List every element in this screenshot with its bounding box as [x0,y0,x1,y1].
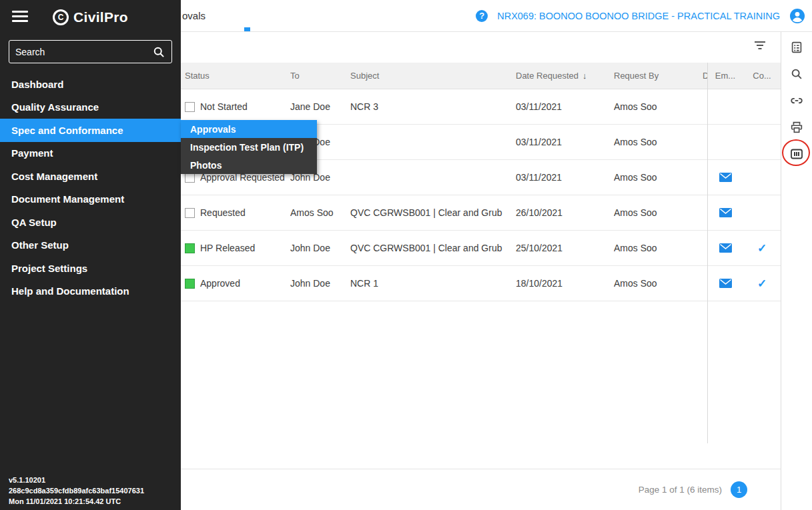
sidebar-item-label: QA Setup [11,217,57,228]
column-header-d[interactable]: D [703,63,707,89]
column-header-status[interactable]: Status [185,63,286,89]
column-chooser-icon[interactable] [788,145,805,163]
to-cell: Jane Doe [290,89,348,124]
email-sent-icon [708,195,743,230]
email-sent-icon [708,266,743,301]
column-header-complete[interactable]: Co... [745,63,779,89]
sidebar-item-label: Spec and Conformance [11,125,123,136]
sidebar-item-dashboard[interactable]: Dashboard [0,73,181,96]
table-row[interactable]: HP Released John Doe QVC CGRWSB001 | Cle… [181,231,781,266]
request-by-cell: Amos Soo [614,89,701,124]
request-by-cell: Amos Soo [614,231,701,265]
to-cell: Amos Soo [290,195,348,230]
sidebar-item-document-management[interactable]: Document Management [0,188,181,211]
subject-cell: QVC CGRWSB001 | Clear and Grub [350,195,514,230]
submenu-item-photos[interactable]: Photos [181,156,317,174]
submenu-item-label: Photos [190,160,222,171]
sidebar-item-label: Dashboard [11,79,63,90]
top-bar: ovals ? NRX069: BOONOO BOONOO BRIDGE - P… [181,0,812,32]
subject-cell [350,160,514,195]
column-header-email[interactable]: Em... [708,63,743,89]
logo-mark-icon: C [53,9,69,25]
status-cell: HP Released [185,231,286,265]
to-cell: John Doe [290,266,348,301]
hamburger-menu-icon[interactable] [12,11,28,22]
logo-text: CivilPro [73,9,128,25]
sidebar-item-project-settings[interactable]: Project Settings [0,257,181,280]
right-toolbar [781,32,812,510]
sidebar-item-label: Cost Management [11,171,97,182]
status-checkbox[interactable] [185,279,195,289]
column-header-request-by[interactable]: Request By [614,63,701,89]
status-label: Not Started [200,101,248,112]
to-cell: John Doe [290,231,348,265]
page-1-button[interactable]: 1 [731,481,747,498]
status-checkbox[interactable] [185,102,195,112]
sidebar-item-label: Project Settings [11,263,87,274]
request-by-cell: Amos Soo [614,195,701,230]
build-timestamp: Mon 11/01/2021 10:21:54.42 UTC [9,496,144,507]
status-label: HP Released [200,243,255,253]
date-requested-cell: 03/11/2021 [516,89,611,124]
project-selector[interactable]: NRX069: BOONOO BOONOO BRIDGE - PRACTICAL… [497,11,780,21]
sidebar-item-quality-assurance[interactable]: Quality Assurance [0,96,181,119]
spec-and-conformance-submenu: Approvals Inspection Test Plan (ITP) Pho… [181,120,317,174]
date-requested-cell: 03/11/2021 [516,125,611,159]
sidebar-item-payment[interactable]: Payment [0,142,181,165]
subject-cell: NCR 1 [350,266,514,301]
sidebar-item-help-and-documentation[interactable]: Help and Documentation [0,280,181,303]
submenu-item-label: Approvals [190,124,236,135]
column-header-subject[interactable]: Subject [350,63,514,89]
build-hash: 268c9cd8a359cfdb89afc63baf15407631 [9,485,144,496]
date-requested-cell: 26/10/2021 [516,195,611,230]
search-input[interactable] [15,47,152,57]
column-header-date-requested[interactable]: Date Requested ↓ [516,63,611,89]
user-account-icon[interactable] [789,8,805,24]
table-row[interactable]: Requested Amos Soo QVC CGRWSB001 | Clear… [181,195,781,231]
link-icon[interactable] [788,92,805,109]
pagination-label: Page 1 of 1 (6 items) [639,485,722,495]
main-content: Status To Subject Date Requested ↓ Reque… [181,32,781,510]
sidebar: C CivilPro Dashboard Quality Assurance S… [0,0,181,510]
sidebar-item-label: Payment [11,147,53,159]
sidebar-item-other-setup[interactable]: Other Setup [0,234,181,257]
register-icon[interactable] [788,39,805,56]
sort-descending-icon: ↓ [582,71,587,81]
complete-check-icon: ✓ [745,231,779,265]
email-sent-icon [708,160,743,195]
status-label: Requested [200,207,246,218]
status-cell: Not Started [185,89,286,124]
print-icon[interactable] [788,119,805,136]
subject-cell: QVC CGRWSB001 | Clear and Grub [350,231,514,265]
table-row[interactable]: Approved John Doe NCR 1 18/10/2021 Amos … [181,266,781,301]
subject-cell [350,125,514,159]
sidebar-item-cost-management[interactable]: Cost Management [0,165,181,188]
submenu-item-inspection-test-plan-itp-[interactable]: Inspection Test Plan (ITP) [181,138,317,156]
page-title: ovals [182,10,206,21]
column-header-to[interactable]: To [290,63,348,89]
status-label: Approved [200,278,240,289]
table-header: Status To Subject Date Requested ↓ Reque… [181,63,781,89]
status-cell: Approved [185,266,286,301]
tooltip-anchor-marker [244,27,250,31]
date-requested-cell: 18/10/2021 [516,266,611,301]
sidebar-menu: Dashboard Quality Assurance Spec and Con… [0,73,181,303]
sidebar-item-label: Other Setup [11,239,69,251]
email-sent-icon [708,231,743,265]
sidebar-item-qa-setup[interactable]: QA Setup [0,211,181,234]
filter-icon[interactable] [754,41,766,51]
status-checkbox[interactable] [185,208,195,218]
request-by-cell: Amos Soo [614,266,701,301]
sidebar-item-label: Quality Assurance [11,101,99,113]
search-icon[interactable] [152,45,165,59]
search-icon[interactable] [788,65,805,83]
submenu-item-approvals[interactable]: Approvals [181,120,317,138]
help-icon[interactable]: ? [476,10,488,22]
sidebar-item-spec-and-conformance[interactable]: Spec and Conformance [0,119,181,142]
subject-cell: NCR 3 [350,89,514,124]
complete-check-icon: ✓ [745,266,779,301]
submenu-item-label: Inspection Test Plan (ITP) [190,142,304,153]
version-info: v5.1.10201 268c9cd8a359cfdb89afc63baf154… [9,475,144,507]
status-checkbox[interactable] [185,243,195,253]
sidebar-item-label: Document Management [11,193,124,205]
